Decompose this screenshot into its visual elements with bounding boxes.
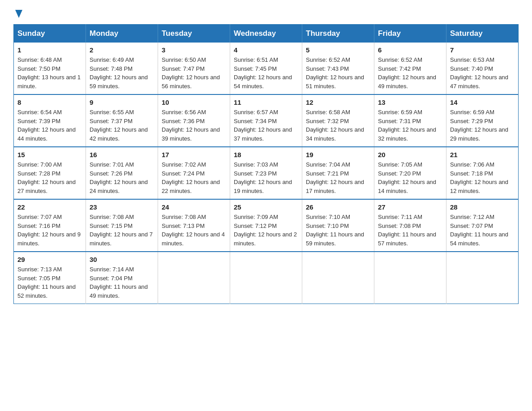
day-info: Sunrise: 6:55 AMSunset: 7:37 PMDaylight:… [90, 108, 154, 143]
day-number: 1 [17, 46, 82, 54]
day-number: 30 [90, 256, 154, 263]
weekday-header-wednesday: Wednesday [230, 25, 302, 43]
day-info: Sunrise: 6:58 AMSunset: 7:32 PMDaylight:… [306, 108, 370, 143]
day-info: Sunrise: 6:51 AMSunset: 7:45 PMDaylight:… [234, 56, 298, 90]
day-number: 10 [162, 98, 226, 106]
page-header [13, 9, 519, 20]
day-number: 9 [90, 98, 154, 106]
day-info: Sunrise: 6:52 AMSunset: 7:43 PMDaylight:… [306, 56, 370, 90]
weekday-header-friday: Friday [374, 25, 446, 43]
calendar-cell [230, 252, 302, 304]
calendar-cell [158, 252, 230, 304]
logo-arrow-icon [15, 10, 22, 20]
weekday-header-sunday: Sunday [14, 25, 86, 43]
calendar-cell: 2Sunrise: 6:49 AMSunset: 7:48 PMDaylight… [86, 43, 158, 94]
day-info: Sunrise: 6:59 AMSunset: 7:29 PMDaylight:… [450, 108, 515, 143]
weekday-header-saturday: Saturday [446, 25, 519, 43]
day-info: Sunrise: 7:07 AMSunset: 7:16 PMDaylight:… [17, 213, 82, 248]
arrow-svg [15, 10, 22, 18]
calendar-week-row: 29Sunrise: 7:13 AMSunset: 7:05 PMDayligh… [14, 252, 519, 304]
day-number: 12 [306, 98, 370, 106]
calendar-cell: 27Sunrise: 7:11 AMSunset: 7:08 PMDayligh… [374, 199, 446, 252]
day-number: 28 [450, 203, 515, 211]
calendar-cell: 1Sunrise: 6:48 AMSunset: 7:50 PMDaylight… [14, 43, 86, 94]
day-info: Sunrise: 7:14 AMSunset: 7:04 PMDaylight:… [90, 265, 154, 300]
calendar-cell: 24Sunrise: 7:08 AMSunset: 7:13 PMDayligh… [158, 199, 230, 252]
day-info: Sunrise: 6:53 AMSunset: 7:40 PMDaylight:… [450, 56, 515, 90]
day-info: Sunrise: 7:02 AMSunset: 7:24 PMDaylight:… [162, 160, 226, 195]
day-number: 24 [162, 203, 226, 211]
calendar-cell: 14Sunrise: 6:59 AMSunset: 7:29 PMDayligh… [446, 94, 519, 147]
day-info: Sunrise: 7:06 AMSunset: 7:18 PMDaylight:… [450, 160, 515, 195]
day-number: 23 [90, 203, 154, 211]
calendar-cell: 23Sunrise: 7:08 AMSunset: 7:15 PMDayligh… [86, 199, 158, 252]
weekday-header-tuesday: Tuesday [158, 25, 230, 43]
calendar-cell: 8Sunrise: 6:54 AMSunset: 7:39 PMDaylight… [14, 94, 86, 147]
calendar-cell: 6Sunrise: 6:52 AMSunset: 7:42 PMDaylight… [374, 43, 446, 94]
calendar-cell: 10Sunrise: 6:56 AMSunset: 7:36 PMDayligh… [158, 94, 230, 147]
day-number: 2 [90, 46, 154, 54]
day-number: 11 [234, 98, 298, 106]
weekday-header-thursday: Thursday [302, 25, 374, 43]
day-info: Sunrise: 7:12 AMSunset: 7:07 PMDaylight:… [450, 213, 515, 248]
weekday-header-row: SundayMondayTuesdayWednesdayThursdayFrid… [14, 25, 519, 43]
day-info: Sunrise: 7:01 AMSunset: 7:26 PMDaylight:… [90, 160, 154, 195]
calendar-cell [446, 252, 519, 304]
day-info: Sunrise: 6:52 AMSunset: 7:42 PMDaylight:… [378, 56, 442, 90]
day-number: 22 [17, 203, 82, 211]
day-number: 17 [162, 151, 226, 158]
calendar-cell: 26Sunrise: 7:10 AMSunset: 7:10 PMDayligh… [302, 199, 374, 252]
calendar-cell [374, 252, 446, 304]
day-number: 5 [306, 46, 370, 54]
calendar-cell: 28Sunrise: 7:12 AMSunset: 7:07 PMDayligh… [446, 199, 519, 252]
calendar-cell: 12Sunrise: 6:58 AMSunset: 7:32 PMDayligh… [302, 94, 374, 147]
day-info: Sunrise: 7:03 AMSunset: 7:23 PMDaylight:… [234, 160, 298, 195]
calendar-cell: 4Sunrise: 6:51 AMSunset: 7:45 PMDaylight… [230, 43, 302, 94]
day-number: 13 [378, 98, 442, 106]
calendar-week-row: 8Sunrise: 6:54 AMSunset: 7:39 PMDaylight… [14, 94, 519, 147]
calendar-cell: 3Sunrise: 6:50 AMSunset: 7:47 PMDaylight… [158, 43, 230, 94]
calendar-cell: 13Sunrise: 6:59 AMSunset: 7:31 PMDayligh… [374, 94, 446, 147]
calendar-cell: 19Sunrise: 7:04 AMSunset: 7:21 PMDayligh… [302, 147, 374, 199]
day-number: 20 [378, 151, 442, 158]
day-info: Sunrise: 7:13 AMSunset: 7:05 PMDaylight:… [17, 265, 82, 300]
day-info: Sunrise: 7:09 AMSunset: 7:12 PMDaylight:… [234, 213, 298, 248]
calendar-cell: 7Sunrise: 6:53 AMSunset: 7:40 PMDaylight… [446, 43, 519, 94]
calendar-week-row: 1Sunrise: 6:48 AMSunset: 7:50 PMDaylight… [14, 43, 519, 94]
day-number: 7 [450, 46, 515, 54]
calendar-cell: 25Sunrise: 7:09 AMSunset: 7:12 PMDayligh… [230, 199, 302, 252]
day-info: Sunrise: 7:05 AMSunset: 7:20 PMDaylight:… [378, 160, 442, 195]
day-info: Sunrise: 7:04 AMSunset: 7:21 PMDaylight:… [306, 160, 370, 195]
day-info: Sunrise: 6:48 AMSunset: 7:50 PMDaylight:… [17, 56, 82, 90]
weekday-header-monday: Monday [86, 25, 158, 43]
day-number: 4 [234, 46, 298, 54]
calendar-cell: 22Sunrise: 7:07 AMSunset: 7:16 PMDayligh… [14, 199, 86, 252]
day-info: Sunrise: 7:11 AMSunset: 7:08 PMDaylight:… [378, 213, 442, 248]
calendar-cell: 20Sunrise: 7:05 AMSunset: 7:20 PMDayligh… [374, 147, 446, 199]
day-number: 21 [450, 151, 515, 158]
calendar-week-row: 22Sunrise: 7:07 AMSunset: 7:16 PMDayligh… [14, 199, 519, 252]
svg-marker-0 [15, 10, 22, 18]
calendar-cell: 5Sunrise: 6:52 AMSunset: 7:43 PMDaylight… [302, 43, 374, 94]
calendar-week-row: 15Sunrise: 7:00 AMSunset: 7:28 PMDayligh… [14, 147, 519, 199]
calendar-cell: 9Sunrise: 6:55 AMSunset: 7:37 PMDaylight… [86, 94, 158, 147]
day-number: 26 [306, 203, 370, 211]
day-info: Sunrise: 6:49 AMSunset: 7:48 PMDaylight:… [90, 56, 154, 90]
day-number: 18 [234, 151, 298, 158]
day-number: 29 [17, 256, 82, 263]
calendar-cell: 17Sunrise: 7:02 AMSunset: 7:24 PMDayligh… [158, 147, 230, 199]
day-info: Sunrise: 7:08 AMSunset: 7:15 PMDaylight:… [90, 213, 154, 248]
day-number: 16 [90, 151, 154, 158]
calendar-cell: 30Sunrise: 7:14 AMSunset: 7:04 PMDayligh… [86, 252, 158, 304]
calendar-table: SundayMondayTuesdayWednesdayThursdayFrid… [13, 24, 519, 304]
logo [13, 9, 22, 20]
calendar-cell: 18Sunrise: 7:03 AMSunset: 7:23 PMDayligh… [230, 147, 302, 199]
calendar-cell: 11Sunrise: 6:57 AMSunset: 7:34 PMDayligh… [230, 94, 302, 147]
day-info: Sunrise: 7:00 AMSunset: 7:28 PMDaylight:… [17, 160, 82, 195]
day-info: Sunrise: 6:59 AMSunset: 7:31 PMDaylight:… [378, 108, 442, 143]
day-info: Sunrise: 7:08 AMSunset: 7:13 PMDaylight:… [162, 213, 226, 248]
day-number: 19 [306, 151, 370, 158]
day-number: 27 [378, 203, 442, 211]
calendar-cell: 21Sunrise: 7:06 AMSunset: 7:18 PMDayligh… [446, 147, 519, 199]
calendar-cell: 29Sunrise: 7:13 AMSunset: 7:05 PMDayligh… [14, 252, 86, 304]
